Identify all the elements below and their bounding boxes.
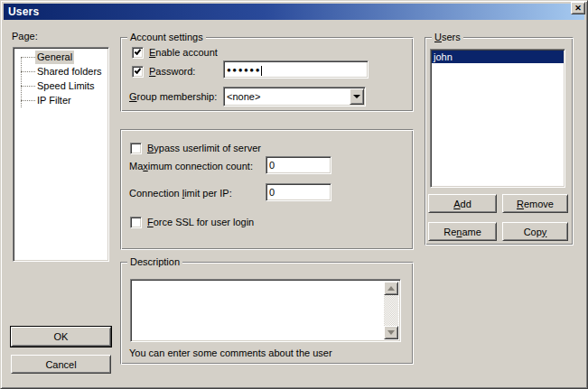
rename-button-label: Rename — [443, 227, 481, 237]
scroll-down-button[interactable] — [384, 326, 398, 339]
password-label: Password: — [149, 66, 195, 78]
password-input[interactable]: ●●●●●● — [223, 60, 369, 79]
group-membership-value: <none> — [227, 89, 260, 104]
rename-button[interactable]: Rename — [428, 222, 497, 241]
tree-branch — [21, 86, 35, 87]
tree-item-label: IP Filter — [35, 94, 73, 107]
cancel-button[interactable]: Cancel — [11, 355, 111, 374]
description-scrollbar[interactable] — [384, 282, 398, 339]
users-group-title: Users — [432, 32, 463, 42]
password-value: ●●●●●● — [227, 66, 261, 74]
page-label: Page: — [12, 31, 38, 42]
scroll-up-button[interactable] — [384, 282, 398, 295]
password-checkbox[interactable]: Password: — [132, 66, 195, 78]
description-group: Description You can enter some comments … — [120, 262, 414, 365]
copy-button[interactable]: Copy — [502, 222, 568, 241]
tree-item-speed-limits[interactable]: Speed Limits — [15, 79, 107, 93]
group-membership-label: Group membership: — [129, 91, 217, 102]
bypass-userlimit-label: Bypass userlimit of server — [147, 143, 261, 154]
force-ssl-checkbox[interactable]: Force SSL for user login — [130, 217, 254, 228]
checkbox-box[interactable] — [132, 47, 144, 59]
description-textarea[interactable] — [130, 279, 401, 342]
maximum-connection-count-label: Maximum connection count: — [129, 161, 253, 171]
remove-button[interactable]: Remove — [502, 194, 568, 213]
group-membership-select[interactable]: <none> — [223, 87, 366, 107]
tree-item-label: Shared folders — [35, 65, 104, 79]
checkmark-icon — [135, 67, 142, 74]
connection-limit-per-ip-value: 0 — [269, 187, 275, 198]
checkmark-icon — [135, 48, 142, 55]
titlebar[interactable]: Users — [4, 4, 584, 20]
add-button-label: Add — [453, 199, 471, 209]
remove-button-label: Remove — [517, 199, 554, 209]
tree-item-ip-filter[interactable]: IP Filter — [15, 93, 107, 107]
description-hint: You can enter some comments about the us… — [129, 347, 332, 358]
ok-button-label: OK — [54, 331, 69, 342]
enable-account-checkbox[interactable]: Enable account — [132, 47, 218, 59]
checkbox-box[interactable] — [130, 143, 142, 154]
maximum-connection-count-value: 0 — [269, 160, 275, 171]
tree-item-shared-folders[interactable]: Shared folders — [15, 64, 107, 79]
ok-button[interactable]: OK — [11, 327, 111, 347]
force-ssl-label: Force SSL for user login — [147, 217, 254, 228]
maximum-connection-count-input[interactable]: 0 — [266, 156, 331, 174]
account-settings-title: Account settings — [127, 32, 206, 42]
tree-item-label: Speed Limits — [35, 79, 97, 93]
close-button[interactable]: ✕ — [571, 2, 585, 14]
enable-account-label: Enable account — [149, 47, 218, 59]
users-group: Users john Add Remove Rename Copy — [425, 37, 574, 245]
users-dialog: Users ✕ Page: General Shared folders Spe… — [0, 0, 588, 389]
text-caret — [261, 66, 262, 76]
dropdown-button[interactable] — [350, 88, 364, 105]
user-name: john — [434, 51, 453, 62]
connection-limit-per-ip-label: Connection limit per IP: — [129, 188, 232, 199]
scroll-up-icon — [387, 286, 395, 291]
page-tree[interactable]: General Shared folders Speed Limits IP F… — [13, 47, 109, 262]
dialog-title: Users — [4, 5, 39, 18]
add-button[interactable]: Add — [428, 194, 497, 213]
copy-button-label: Copy — [524, 227, 547, 237]
users-list[interactable]: john — [430, 49, 565, 188]
tree-branch — [21, 71, 35, 72]
tree-branch — [21, 100, 35, 101]
tree-branch — [21, 57, 35, 58]
tree-item-label: General — [35, 51, 74, 64]
cancel-button-label: Cancel — [45, 359, 76, 370]
chevron-down-icon — [353, 95, 360, 98]
scroll-down-icon — [387, 330, 395, 335]
limits-group: Bypass userlimit of server Maximum conne… — [120, 129, 414, 250]
list-item-john[interactable]: john — [432, 51, 564, 63]
tree-item-general[interactable]: General — [15, 50, 107, 64]
connection-limit-per-ip-input[interactable]: 0 — [266, 183, 331, 201]
checkbox-box[interactable] — [130, 217, 142, 228]
checkbox-box[interactable] — [132, 66, 144, 78]
bypass-userlimit-checkbox[interactable]: Bypass userlimit of server — [130, 143, 261, 154]
description-title: Description — [127, 256, 182, 267]
account-settings-group: Account settings Enable account Password… — [120, 37, 414, 112]
page-tree-inner: General Shared folders Speed Limits IP F… — [15, 50, 107, 259]
close-icon: ✕ — [574, 5, 582, 13]
